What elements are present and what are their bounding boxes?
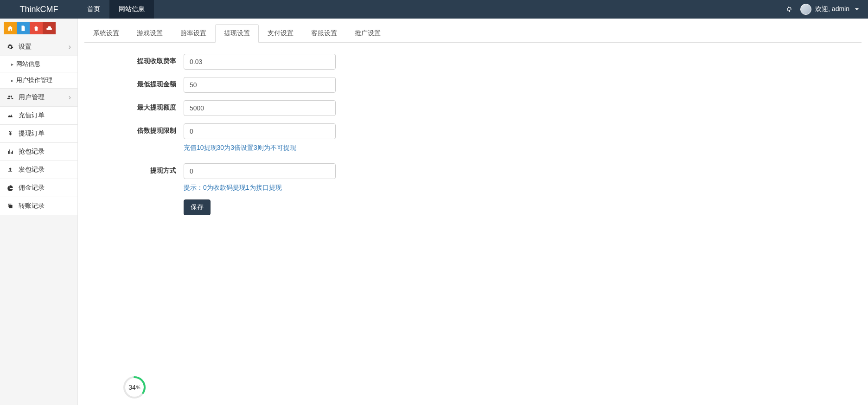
top-tab-home[interactable]: 首页 [78, 0, 109, 19]
chart-area-icon [6, 112, 14, 119]
yen-icon [6, 130, 14, 137]
withdraw-form: 提现收取费率 最低提现金额 最大提现额度 倍数提现限制 充值10提现30为3倍设… [84, 43, 502, 226]
top-tab-siteinfo[interactable]: 网站信息 [109, 0, 154, 19]
tab-service[interactable]: 客服设置 [302, 24, 346, 43]
save-button[interactable]: 保存 [184, 199, 211, 215]
progress-badge[interactable]: 34% [122, 375, 147, 399]
upload-icon [6, 167, 14, 173]
header: ThinkCMF 首页 网站信息 欢迎, admin [0, 0, 868, 19]
sidebar-item-commission[interactable]: 佣金记录 [0, 179, 77, 197]
brand[interactable]: ThinkCMF [0, 5, 78, 14]
top-nav-tabs: 首页 网站信息 [78, 0, 154, 19]
sidebar-item-transfer[interactable]: 转账记录 [0, 197, 77, 215]
sidebar-toolbar [0, 19, 77, 38]
sidebar-item-userops[interactable]: 用户操作管理 [0, 72, 77, 89]
sidebar-group-label: 用户管理 [19, 93, 45, 102]
help-multiple-limit: 充值10提现30为3倍设置3则为不可提现 [184, 144, 336, 152]
trash-icon[interactable] [30, 22, 43, 34]
sidebar: 设置 网站信息 用户操作管理 用户管理 充值订单 提现订单 抢包记录 [0, 19, 78, 405]
help-withdraw-method: 提示：0为收款码提现1为接口提现 [184, 184, 336, 192]
user-menu[interactable]: 欢迎, admin [800, 4, 859, 15]
sidebar-group-label: 设置 [19, 43, 32, 51]
file-icon[interactable] [17, 22, 30, 34]
sidebar-item-grab[interactable]: 抢包记录 [0, 143, 77, 161]
sidebar-item-send[interactable]: 发包记录 [0, 161, 77, 179]
content-tabs: 系统设置 游戏设置 赔率设置 提现设置 支付设置 客服设置 推广设置 [84, 24, 862, 43]
sidebar-item-siteinfo[interactable]: 网站信息 [0, 56, 77, 72]
sidebar-item-recharge[interactable]: 充值订单 [0, 107, 77, 125]
home-icon[interactable] [4, 22, 17, 34]
tab-withdraw[interactable]: 提现设置 [215, 24, 259, 43]
label-min-withdraw: 最低提现金额 [84, 77, 184, 89]
users-icon [6, 94, 14, 101]
sidebar-menu: 设置 网站信息 用户操作管理 用户管理 充值订单 提现订单 抢包记录 [0, 38, 77, 215]
label-fee-rate: 提现收取费率 [84, 54, 184, 65]
tab-odds[interactable]: 赔率设置 [172, 24, 215, 43]
label-max-withdraw: 最大提现额度 [84, 100, 184, 112]
input-withdraw-method[interactable] [184, 163, 336, 179]
label-withdraw-method: 提现方式 [84, 163, 184, 175]
input-max-withdraw[interactable] [184, 100, 336, 116]
pie-icon [6, 185, 14, 191]
input-multiple-limit[interactable] [184, 123, 336, 139]
input-fee-rate[interactable] [184, 54, 336, 70]
input-min-withdraw[interactable] [184, 77, 336, 93]
progress-text: 34% [122, 375, 147, 399]
copy-icon [6, 203, 14, 209]
tab-payment[interactable]: 支付设置 [259, 24, 302, 43]
main-content: 系统设置 游戏设置 赔率设置 提现设置 支付设置 客服设置 推广设置 提现收取费… [78, 19, 868, 405]
cloud-icon[interactable] [43, 22, 56, 34]
user-greeting: 欢迎, admin [815, 5, 849, 13]
tab-game[interactable]: 游戏设置 [128, 24, 172, 43]
sidebar-group-users[interactable]: 用户管理 [0, 89, 77, 107]
sidebar-item-withdraw[interactable]: 提现订单 [0, 125, 77, 143]
chevron-down-icon [855, 8, 859, 10]
tab-system[interactable]: 系统设置 [84, 24, 128, 43]
sidebar-group-settings[interactable]: 设置 [0, 38, 77, 56]
label-multiple-limit: 倍数提现限制 [84, 123, 184, 135]
header-right: 欢迎, admin [785, 4, 868, 15]
refresh-icon[interactable] [785, 5, 793, 14]
gears-icon [6, 44, 14, 50]
tab-promo[interactable]: 推广设置 [346, 24, 389, 43]
bars-icon [6, 148, 14, 155]
avatar [800, 4, 811, 15]
